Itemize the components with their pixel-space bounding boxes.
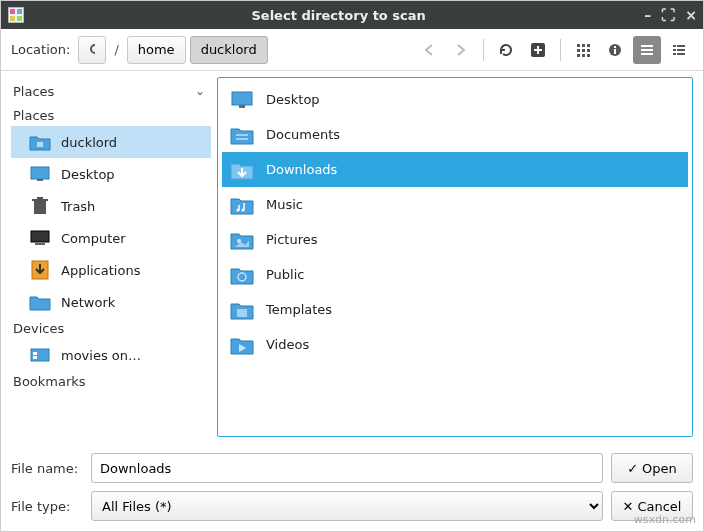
reload-icon — [498, 42, 514, 58]
svg-rect-10 — [587, 44, 590, 47]
open-button[interactable]: ✓ Open — [611, 453, 693, 483]
sidebar-item-network[interactable]: Network — [11, 286, 211, 318]
folder-videos[interactable]: Videos — [222, 327, 688, 362]
svg-rect-30 — [31, 167, 49, 179]
filename-input[interactable] — [91, 453, 603, 483]
app-icon — [7, 6, 25, 24]
svg-point-5 — [91, 45, 95, 53]
svg-rect-4 — [17, 16, 22, 21]
window-title: Select directory to scan — [33, 8, 644, 23]
svg-rect-3 — [10, 16, 15, 21]
svg-point-46 — [242, 208, 245, 211]
network-folder-icon — [29, 291, 51, 313]
arrow-right-icon — [454, 43, 468, 57]
reload-button[interactable] — [492, 36, 520, 64]
path-root-button[interactable] — [78, 36, 106, 64]
search-icon — [89, 43, 95, 57]
svg-point-45 — [237, 208, 240, 211]
desktop-icon — [230, 88, 254, 112]
templates-folder-icon — [230, 298, 254, 322]
svg-rect-43 — [236, 134, 248, 136]
trash-icon — [29, 195, 51, 217]
location-label: Location: — [11, 42, 70, 57]
desktop-icon — [29, 163, 51, 185]
filename-label: File name: — [11, 461, 83, 476]
detail-view-button[interactable] — [665, 36, 693, 64]
svg-rect-26 — [677, 49, 685, 51]
sidebar-item-applications[interactable]: Applications — [11, 254, 211, 286]
maximize-button[interactable]: ⛶ — [661, 7, 675, 23]
grid-icon — [575, 42, 591, 58]
sidebar-item-computer[interactable]: Computer — [11, 222, 211, 254]
section-devices-label: Devices — [11, 318, 211, 339]
svg-rect-29 — [37, 142, 43, 147]
check-icon: ✓ — [627, 461, 638, 476]
sidebar-item-trash[interactable]: Trash — [11, 190, 211, 222]
filetype-label: File type: — [11, 499, 83, 514]
chevron-down-icon: ⌄ — [195, 84, 205, 98]
path-current-button[interactable]: ducklord — [190, 36, 268, 64]
svg-rect-35 — [31, 231, 49, 242]
svg-rect-8 — [577, 44, 580, 47]
svg-rect-9 — [582, 44, 585, 47]
detail-list-icon — [671, 42, 687, 58]
icon-view-button[interactable] — [569, 36, 597, 64]
svg-rect-25 — [673, 49, 676, 51]
folder-pictures[interactable]: Pictures — [222, 222, 688, 257]
new-folder-button[interactable] — [524, 36, 552, 64]
folder-downloads[interactable]: Downloads — [222, 152, 688, 187]
filetype-select[interactable]: All Files (*) — [91, 491, 603, 521]
sidebar-item-movies[interactable]: movies on… — [11, 339, 211, 371]
disk-icon — [29, 344, 51, 366]
svg-rect-41 — [232, 92, 252, 105]
cancel-button[interactable]: ✕ Cancel — [611, 491, 693, 521]
path-home-button[interactable]: home — [127, 36, 186, 64]
window-controls: – ⛶ × — [644, 7, 697, 23]
sidebar-item-desktop[interactable]: Desktop — [11, 158, 211, 190]
close-button[interactable]: × — [685, 7, 697, 23]
videos-folder-icon — [230, 333, 254, 357]
svg-rect-33 — [32, 199, 48, 201]
toolbar: Location: / home ducklord — [1, 29, 703, 71]
folder-public[interactable]: Public — [222, 257, 688, 292]
svg-rect-27 — [673, 53, 676, 55]
svg-rect-15 — [582, 54, 585, 57]
folder-desktop[interactable]: Desktop — [222, 82, 688, 117]
path-separator: / — [114, 42, 118, 57]
public-folder-icon — [230, 263, 254, 287]
svg-rect-39 — [33, 352, 37, 355]
svg-rect-34 — [37, 197, 43, 199]
svg-rect-22 — [641, 53, 653, 55]
compact-view-button[interactable] — [633, 36, 661, 64]
info-button[interactable] — [601, 36, 629, 64]
svg-rect-24 — [677, 45, 685, 47]
minimize-button[interactable]: – — [644, 7, 651, 23]
svg-rect-36 — [35, 243, 45, 245]
arrow-left-icon — [422, 43, 436, 57]
svg-rect-49 — [237, 309, 247, 317]
documents-folder-icon — [230, 123, 254, 147]
svg-rect-18 — [614, 49, 616, 54]
close-icon: ✕ — [623, 499, 634, 514]
folder-documents[interactable]: Documents — [222, 117, 688, 152]
svg-rect-32 — [34, 201, 46, 214]
folder-music[interactable]: Music — [222, 187, 688, 222]
titlebar[interactable]: Select directory to scan – ⛶ × — [1, 1, 703, 29]
svg-rect-31 — [37, 179, 43, 181]
footer: File name: ✓ Open File type: All Files (… — [1, 447, 703, 531]
svg-rect-2 — [17, 9, 22, 14]
svg-rect-1 — [10, 9, 15, 14]
svg-rect-28 — [677, 53, 685, 55]
forward-button[interactable] — [447, 36, 475, 64]
svg-rect-42 — [239, 105, 245, 108]
folder-templates[interactable]: Templates — [222, 292, 688, 327]
music-folder-icon — [230, 193, 254, 217]
sidebar-item-ducklord[interactable]: ducklord — [11, 126, 211, 158]
svg-rect-16 — [587, 54, 590, 57]
back-button[interactable] — [415, 36, 443, 64]
sidebar-header[interactable]: Places ⌄ — [11, 77, 211, 105]
svg-rect-19 — [614, 46, 616, 48]
download-icon — [29, 259, 51, 281]
svg-rect-21 — [641, 49, 653, 51]
file-list[interactable]: Desktop Documents Downloads Music Pictur… — [217, 77, 693, 437]
